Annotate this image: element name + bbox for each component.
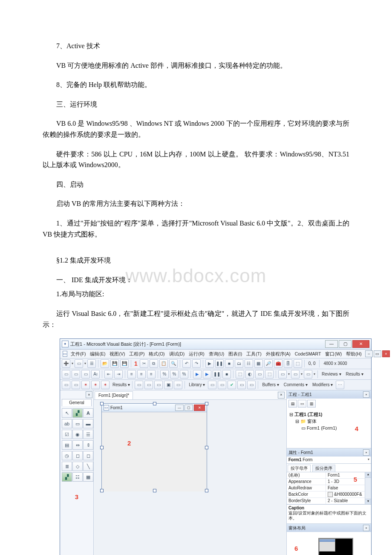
chevron-down-icon[interactable]: ▾: [368, 457, 369, 462]
add-project-icon[interactable]: ➕: [62, 359, 70, 368]
toolbar-icon[interactable]: ▭: [255, 370, 264, 379]
paste-icon[interactable]: 📋: [159, 359, 168, 368]
close-button[interactable]: ✕: [194, 405, 205, 411]
chevron-down-icon[interactable]: ▾: [314, 372, 315, 376]
toolbar-icon[interactable]: ▭: [62, 370, 70, 379]
optionbutton-tool-icon[interactable]: ◉: [72, 430, 83, 439]
menu-debug[interactable]: 调试(D): [168, 351, 186, 357]
toolbar-icon[interactable]: ▭: [218, 381, 226, 389]
image-tool-icon[interactable]: ▞: [62, 472, 72, 482]
toolbar-icon[interactable]: ▭: [154, 381, 163, 389]
menu-editor-icon[interactable]: ☰: [87, 359, 96, 368]
indent-right-icon[interactable]: ⇥: [114, 370, 123, 379]
property-object-selector[interactable]: Form1 Form ▾: [287, 457, 371, 464]
close-icon[interactable]: ×: [278, 392, 285, 399]
close-icon[interactable]: ×: [363, 525, 369, 531]
resize-handle[interactable]: [153, 489, 156, 492]
project-explorer-icon[interactable]: 🗂: [235, 359, 243, 368]
view-code-icon[interactable]: ▤: [288, 400, 297, 408]
toolbar-icon[interactable]: ▭: [247, 381, 256, 389]
resize-handle[interactable]: [100, 402, 104, 405]
open-icon[interactable]: 📂: [101, 359, 109, 368]
minimize-button[interactable]: —: [325, 340, 338, 348]
toolbar-icon[interactable]: ⋯: [336, 381, 344, 389]
toolbar-icon[interactable]: ▭: [72, 370, 80, 379]
textbox-tool-icon[interactable]: ab: [62, 419, 72, 428]
listbox-tool-icon[interactable]: ▤: [62, 440, 72, 450]
mdi-minimize-button[interactable]: –: [365, 350, 373, 357]
resize-handle[interactable]: [205, 446, 208, 449]
hscroll-tool-icon[interactable]: ⇔: [72, 440, 83, 450]
label-tool-icon[interactable]: A: [83, 408, 93, 418]
pointer-tool-icon[interactable]: ↖: [62, 408, 72, 418]
resize-handle[interactable]: [100, 446, 104, 449]
scroll-down-icon[interactable]: ▾: [365, 499, 371, 504]
toolbox-icon[interactable]: 🧰: [274, 359, 282, 368]
library-dropdown[interactable]: Library ▾: [187, 382, 207, 387]
maximize-button[interactable]: ▢: [339, 340, 352, 348]
menu-file[interactable]: 文件(F): [70, 351, 86, 357]
checkbox-tool-icon[interactable]: ☑: [62, 430, 72, 439]
run-icon[interactable]: ▶: [193, 370, 202, 379]
chevron-down-icon[interactable]: ▾: [301, 372, 303, 376]
toolbar-icon[interactable]: ▭: [237, 381, 246, 389]
align-icon[interactable]: ≡: [127, 370, 136, 379]
menu-project[interactable]: 工程(P): [128, 351, 145, 357]
cut-icon[interactable]: ✂: [140, 359, 148, 368]
combobox-tool-icon[interactable]: ☰: [83, 430, 93, 439]
vscroll-tool-icon[interactable]: ⇕: [83, 440, 93, 450]
toolbar-icon[interactable]: ▭: [208, 381, 216, 389]
tab-categorized[interactable]: 按分类序: [312, 465, 335, 472]
data-view-icon[interactable]: 🗄: [284, 359, 292, 368]
mdi-close-button[interactable]: ×: [382, 350, 390, 357]
picturebox-tool-icon[interactable]: ▞: [72, 408, 83, 418]
dirlist-tool-icon[interactable]: ◻: [83, 451, 93, 460]
toolbar-icon[interactable]: ✶: [91, 381, 100, 389]
results-dropdown[interactable]: Results ▾: [344, 372, 365, 377]
object-browser-icon[interactable]: 🔎: [264, 359, 273, 368]
toolbar-icon[interactable]: ⬚: [236, 370, 244, 379]
property-value[interactable]: 2 - Sizable: [326, 498, 365, 504]
toolbar-icon[interactable]: ▭: [278, 370, 287, 379]
end-icon[interactable]: ■: [225, 359, 233, 368]
save-all-icon[interactable]: 💾: [120, 359, 129, 368]
toolbar-icon[interactable]: ◐: [245, 370, 254, 379]
toolbar-icon[interactable]: ▭: [72, 381, 80, 389]
stop-icon[interactable]: ■: [222, 370, 231, 379]
close-icon[interactable]: ×: [363, 391, 369, 398]
close-button[interactable]: ✕: [352, 340, 369, 348]
toolbar-icon[interactable]: ⬚: [265, 370, 274, 379]
property-value[interactable]: Form1: [326, 472, 365, 478]
menu-diagram[interactable]: 图表(I): [228, 351, 243, 357]
menu-addins[interactable]: 外接程序(A): [265, 351, 291, 357]
form-canvas[interactable]: 2: [102, 412, 207, 491]
menu-format[interactable]: 格式(O): [148, 351, 165, 357]
scrollbar[interactable]: ▴ ▾: [365, 472, 371, 504]
commandbutton-tool-icon[interactable]: ▬: [83, 419, 93, 428]
toolbar-icon[interactable]: ▭: [81, 370, 90, 379]
properties-icon[interactable]: ☷: [245, 359, 253, 368]
toolbar-icon[interactable]: %: [160, 370, 169, 379]
resize-handle[interactable]: [205, 402, 208, 405]
pause-icon[interactable]: ❚❚: [213, 370, 221, 379]
start-icon[interactable]: ▶: [205, 359, 214, 368]
minimize-button[interactable]: —: [175, 405, 184, 411]
tree-root[interactable]: 工程1 (工程1): [294, 412, 323, 417]
drivelist-tool-icon[interactable]: ◻: [72, 451, 83, 460]
form-layout-body[interactable]: 6: [287, 532, 371, 555]
property-value[interactable]: False: [326, 485, 365, 491]
chevron-down-icon[interactable]: ▾: [84, 361, 86, 366]
mdi-restore-button[interactable]: ▭: [374, 350, 381, 357]
redo-icon[interactable]: ↷: [192, 359, 201, 368]
menu-view[interactable]: 视图(V): [109, 351, 126, 357]
toolbar-icon[interactable]: ▭: [135, 381, 143, 389]
maximize-button[interactable]: ▢: [184, 405, 193, 411]
buffers-dropdown[interactable]: Buffers ▾: [260, 382, 280, 387]
toolbar-icon[interactable]: ▭: [174, 381, 182, 389]
ole-tool-icon[interactable]: ▦: [83, 472, 93, 482]
menu-edit[interactable]: 编辑(E): [89, 351, 106, 357]
resize-handle[interactable]: [153, 402, 156, 405]
chevron-down-icon[interactable]: ▾: [72, 361, 73, 366]
menu-query[interactable]: 查询(U): [208, 351, 225, 357]
tab-alphabetic[interactable]: 按字母序: [288, 465, 311, 472]
